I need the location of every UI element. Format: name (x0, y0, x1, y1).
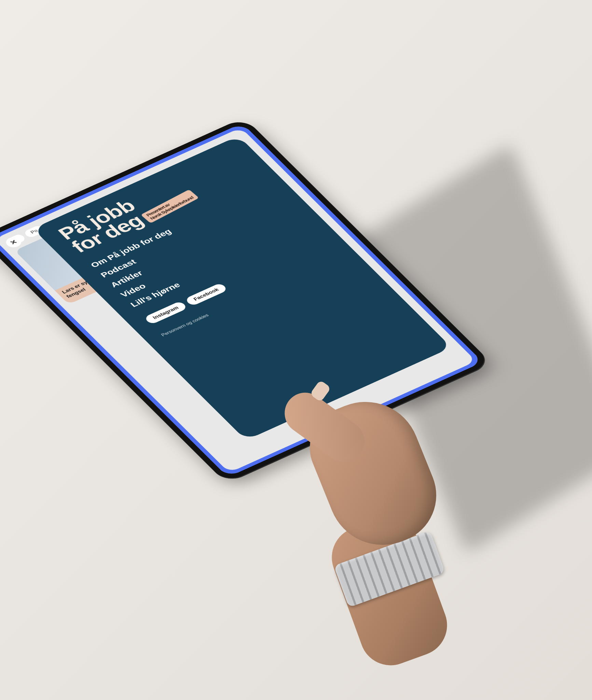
wrist (323, 509, 456, 674)
tablet-screen: Alt Po Lars er syk fengsel (0, 123, 483, 477)
social-facebook[interactable]: Facebook (184, 283, 228, 307)
menu-overlay: På jobb for deg Presentert avNorsk Sykep… (33, 136, 452, 440)
mockup-scene: Alt Po Lars er syk fengsel (0, 0, 592, 700)
app-outer-frame: Alt Po Lars er syk fengsel (0, 123, 483, 477)
social-instagram[interactable]: Instagram (143, 301, 188, 325)
app-background: Alt Po Lars er syk fengsel (0, 127, 476, 473)
watch-band (334, 531, 445, 608)
close-icon: ✕ (8, 238, 19, 246)
